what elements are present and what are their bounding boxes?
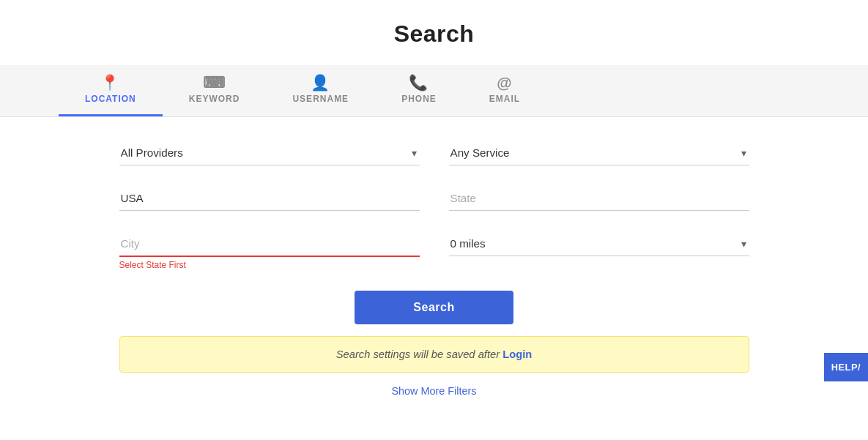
- providers-select[interactable]: All Providers: [119, 141, 420, 165]
- form-row-city: Select State First 0 miles 5 miles 10 mi…: [119, 231, 749, 270]
- country-input[interactable]: [119, 186, 420, 211]
- email-icon: @: [497, 75, 512, 91]
- page-header: Search: [0, 0, 868, 65]
- login-link[interactable]: Login: [502, 348, 532, 360]
- search-btn-wrapper: Search: [119, 291, 749, 324]
- city-error-message: Select State First: [119, 260, 420, 270]
- banner-text-before: Search settings will be saved after: [336, 348, 502, 360]
- show-more-wrapper: Show More Filters: [119, 384, 749, 398]
- tab-nav: 📍 LOCATION ⌨ KEYWORD 👤 USERNAME 📞 PHONE …: [0, 65, 868, 117]
- main-content: All Providers Any Service Select State F…: [105, 117, 764, 412]
- state-input[interactable]: [449, 186, 749, 211]
- user-icon: 👤: [311, 75, 330, 91]
- form-row-providers: All Providers Any Service: [119, 141, 749, 165]
- location-icon: 📍: [100, 75, 120, 91]
- help-button[interactable]: HELP/: [824, 353, 868, 381]
- tab-email[interactable]: @ EMAIL: [463, 65, 546, 116]
- city-field: Select State First: [119, 231, 420, 270]
- country-field: [119, 186, 420, 211]
- tab-keyword[interactable]: ⌨ KEYWORD: [163, 65, 267, 116]
- tab-username[interactable]: 👤 USERNAME: [266, 65, 375, 116]
- show-more-link[interactable]: Show More Filters: [392, 385, 477, 397]
- tab-phone[interactable]: 📞 PHONE: [375, 65, 463, 116]
- form-row-location: [119, 186, 749, 211]
- search-button[interactable]: Search: [355, 291, 513, 324]
- providers-select-wrapper: All Providers: [119, 141, 420, 165]
- providers-field: All Providers: [119, 141, 420, 165]
- service-select-wrapper: Any Service: [449, 141, 749, 165]
- distance-field: 0 miles 5 miles 10 miles 25 miles 50 mil…: [449, 231, 749, 270]
- service-select[interactable]: Any Service: [449, 141, 749, 165]
- page-title: Search: [0, 20, 868, 48]
- city-input[interactable]: [119, 231, 420, 257]
- keyboard-icon: ⌨: [203, 75, 226, 91]
- phone-icon: 📞: [409, 75, 429, 91]
- distance-select[interactable]: 0 miles 5 miles 10 miles 25 miles 50 mil…: [449, 231, 749, 256]
- state-field: [449, 186, 749, 211]
- service-field: Any Service: [449, 141, 749, 165]
- tab-location[interactable]: 📍 LOCATION: [59, 65, 163, 116]
- distance-select-wrapper: 0 miles 5 miles 10 miles 25 miles 50 mil…: [449, 231, 749, 256]
- info-banner: Search settings will be saved after Logi…: [119, 336, 749, 373]
